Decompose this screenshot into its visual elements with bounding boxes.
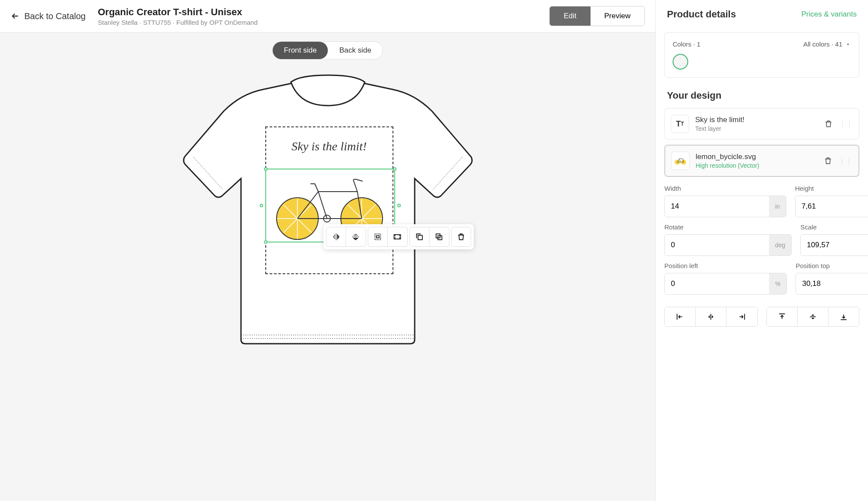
tab-front-side[interactable]: Front side: [273, 42, 328, 59]
layer-properties: Width in Height in Rotate deg Scale %: [664, 182, 859, 307]
text-layer-icon: TT: [671, 115, 689, 133]
title-block: Organic Creator T-shirt - Unisex Stanley…: [98, 7, 549, 26]
align-center-h-button[interactable]: [695, 307, 726, 326]
scale-label: Scale: [800, 223, 868, 231]
layer-subtitle: High resolution (Vector): [696, 162, 817, 169]
height-input[interactable]: [795, 196, 868, 217]
pos-left-unit: %: [769, 273, 786, 294]
align-bottom-button[interactable]: [828, 307, 859, 326]
scale-input[interactable]: [801, 235, 868, 255]
sidebar: Product details Prices & variants Colors…: [655, 0, 868, 501]
flip-horizontal-button[interactable]: [326, 227, 346, 247]
layer-name: lemon_bycicle.svg: [696, 153, 817, 161]
product-title: Organic Creator T-shirt - Unisex: [98, 7, 549, 18]
resize-handle-tr[interactable]: [393, 167, 396, 171]
svg-rect-16: [418, 236, 422, 240]
canvas-area: Front side Back side Sky is the limit!: [0, 33, 655, 501]
product-subtitle: Stanley Stella · STTU755 · Fulfilled by …: [98, 19, 549, 26]
alignment-controls: [664, 307, 859, 327]
width-input[interactable]: [665, 196, 769, 217]
preview-mode-button[interactable]: Preview: [591, 7, 644, 26]
pos-left-input[interactable]: [665, 273, 769, 294]
layer-name: Sky is the limit!: [695, 116, 817, 124]
print-area: Sky is the limit!: [265, 126, 393, 274]
rotate-unit: deg: [769, 235, 791, 255]
colors-label: Colors · 1: [673, 40, 700, 48]
align-top-button[interactable]: [767, 307, 797, 326]
copy-button[interactable]: [429, 227, 449, 247]
height-label: Height: [795, 185, 868, 192]
design-section-title: Your design: [656, 86, 868, 108]
layer-image[interactable]: lemon_bycicle.svg High resolution (Vecto…: [664, 145, 859, 177]
resize-handle-ml[interactable]: [260, 204, 263, 207]
align-center-v-button[interactable]: [797, 307, 828, 326]
width-unit: in: [769, 196, 786, 217]
drag-handle-icon[interactable]: ⋮⋮: [839, 120, 853, 128]
colors-card: Colors · 1 All colors · 41: [664, 32, 859, 78]
rotate-label: Rotate: [664, 223, 792, 231]
design-text-layer[interactable]: Sky is the limit!: [266, 139, 393, 153]
align-left-button[interactable]: [665, 307, 695, 326]
back-label: Back to Catalog: [24, 11, 86, 21]
back-to-catalog-button[interactable]: Back to Catalog: [10, 11, 86, 21]
align-right-button[interactable]: [726, 307, 757, 326]
width-label: Width: [664, 185, 786, 192]
pos-left-label: Position left: [664, 262, 787, 269]
sidebar-title: Product details: [667, 9, 736, 20]
arrow-left-icon: [10, 11, 20, 21]
floating-toolbar: [323, 224, 474, 249]
image-layer-thumb: [671, 152, 690, 170]
fill-button[interactable]: [388, 227, 408, 247]
pos-top-input[interactable]: [796, 273, 868, 294]
resize-handle-tl[interactable]: [264, 167, 267, 171]
delete-layer-button[interactable]: [823, 156, 833, 166]
layer-subtitle: Text layer: [695, 125, 817, 132]
color-swatch-selected[interactable]: [673, 54, 688, 70]
rotate-input[interactable]: [665, 235, 769, 255]
delete-button[interactable]: [451, 227, 471, 247]
all-colors-dropdown[interactable]: All colors · 41: [803, 40, 851, 48]
resize-handle-bl[interactable]: [264, 240, 267, 244]
mode-toggle: Edit Preview: [549, 6, 645, 26]
pos-top-label: Position top: [795, 262, 868, 269]
edit-mode-button[interactable]: Edit: [550, 7, 590, 26]
fit-button[interactable]: [368, 227, 388, 247]
chevron-down-icon: [845, 41, 851, 47]
tshirt-preview[interactable]: Sky is the limit!: [172, 70, 484, 352]
prices-variants-link[interactable]: Prices & variants: [801, 10, 857, 19]
delete-layer-button[interactable]: [823, 119, 834, 129]
side-tabs: Front side Back side: [272, 41, 383, 60]
flip-vertical-button[interactable]: [346, 227, 366, 247]
tab-back-side[interactable]: Back side: [328, 42, 383, 59]
resize-handle-mr[interactable]: [397, 204, 401, 207]
svg-rect-13: [375, 234, 380, 239]
layer-text[interactable]: TT Sky is the limit! Text layer ⋮⋮: [664, 108, 859, 139]
sidebar-header: Product details Prices & variants: [656, 0, 868, 29]
drag-handle-icon[interactable]: ⋮⋮: [838, 157, 852, 165]
duplicate-button[interactable]: [409, 227, 429, 247]
svg-rect-14: [376, 236, 379, 238]
header: Back to Catalog Organic Creator T-shirt …: [0, 0, 655, 33]
